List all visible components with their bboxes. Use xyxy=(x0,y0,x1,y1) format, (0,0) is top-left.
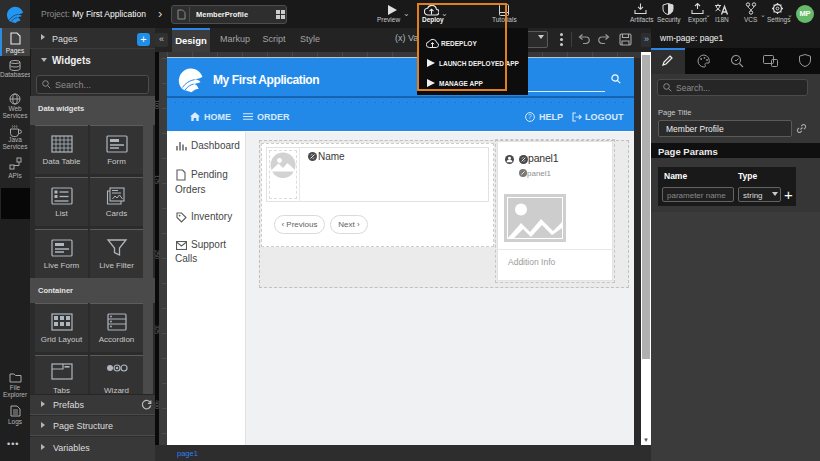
svg-text:?: ? xyxy=(528,113,532,120)
